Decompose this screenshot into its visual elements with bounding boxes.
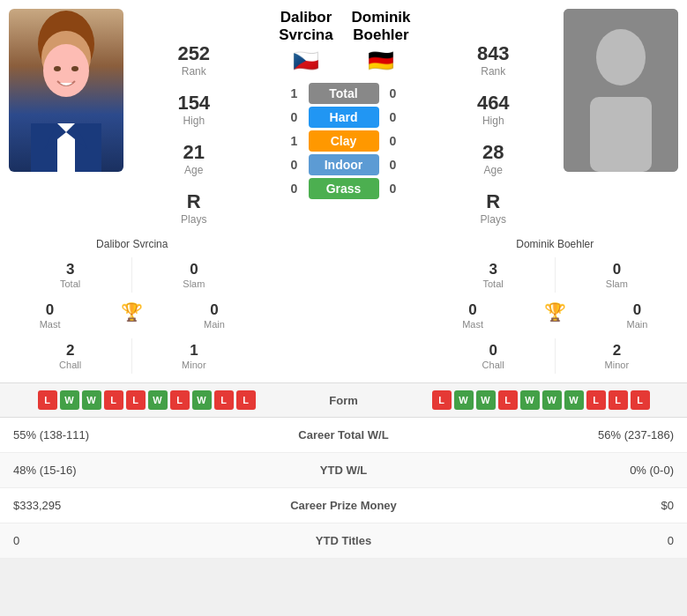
left-minor-value: 1	[136, 342, 251, 360]
right-player-name: Dominik Boehler	[516, 238, 594, 250]
right-rank-block: 843 Rank	[477, 42, 510, 78]
left-chall-value: 2	[12, 342, 128, 360]
right-minor-label: Minor	[559, 360, 675, 370]
left-mast-cell: 0 Mast	[9, 298, 91, 333]
left-high-value: 154	[177, 92, 210, 115]
left-age-label: Age	[183, 164, 205, 176]
right-plays-label: Plays	[481, 213, 506, 226]
left-rank-label: Rank	[177, 65, 210, 78]
right-form-badge-0: L	[432, 390, 452, 410]
right-plays-block: R Plays	[481, 190, 506, 226]
surface-row-total: 1 Total 0	[269, 83, 419, 104]
left-form-badge-7: W	[192, 390, 212, 410]
left-form-badges: LWWLLWLWLL	[9, 390, 265, 410]
left-flag: 🇨🇿	[269, 48, 344, 73]
left-player-photo	[9, 9, 123, 172]
left-form-badge-9: L	[236, 390, 256, 410]
left-total-stat: 3 Total	[9, 257, 132, 293]
right-rank-value: 843	[477, 42, 510, 65]
right-main-label: Main	[600, 319, 675, 330]
svg-point-3	[43, 44, 89, 97]
right-player-section: 843 Rank 464 High 28 Age R Plays	[423, 0, 688, 382]
left-player-stats: 252 Rank 154 High 21 Age R Plays	[132, 9, 256, 233]
stats-row-0: 55% (138-111) Career Total W/L 56% (237-…	[0, 418, 687, 453]
right-chall-value: 0	[436, 342, 551, 360]
stat-label-3: YTD Titles	[241, 523, 447, 559]
left-form-badge-3: L	[104, 390, 123, 410]
right-chall-label: Chall	[436, 360, 551, 370]
form-section: LWWLLWLWLL Form LWWLWWWLLL	[0, 383, 687, 418]
right-flag: 🇩🇪	[344, 48, 419, 73]
right-trophy-icon: 🏆	[544, 302, 566, 322]
right-plays-value: R	[481, 190, 506, 213]
right-main-cell: 0 Main	[596, 298, 678, 333]
right-slam-label: Slam	[559, 278, 675, 289]
left-chall-minor: 2 Chall 1 Minor	[9, 338, 256, 374]
surface-badge-clay: Clay	[309, 130, 379, 152]
surface-badge-indoor: Indoor	[309, 154, 379, 175]
right-rank-label: Rank	[477, 65, 510, 78]
right-slam-stat: 0 Slam	[556, 257, 678, 293]
surface-right-score: 0	[385, 158, 402, 172]
surface-row-indoor: 0 Indoor 0	[269, 154, 419, 175]
left-name-line1: Dalibor	[269, 9, 344, 26]
main-container: 252 Rank 154 High 21 Age R Plays	[0, 0, 687, 559]
stat-right-0: 56% (237-186)	[446, 418, 687, 453]
right-age-value: 28	[482, 141, 504, 164]
stat-label-2: Career Prize Money	[241, 488, 447, 523]
left-chall-stat: 2 Chall	[9, 338, 132, 374]
surface-badge-grass: Grass	[309, 178, 379, 199]
right-trophy-row: 0 Mast 🏆 0 Main	[432, 298, 679, 333]
left-trophy-icon: 🏆	[121, 302, 143, 322]
stat-right-2: $0	[446, 488, 687, 523]
svg-rect-12	[590, 97, 652, 172]
surface-right-score: 0	[385, 182, 402, 196]
surface-left-score: 0	[286, 158, 303, 172]
right-mast-value: 0	[436, 301, 511, 319]
surface-left-score: 1	[286, 134, 303, 148]
right-name-line2: Boehler	[344, 26, 419, 44]
right-age-label: Age	[482, 164, 504, 176]
right-chall-stat: 0 Chall	[432, 338, 556, 374]
right-minor-stat: 2 Minor	[556, 338, 678, 374]
left-trophy-icon-cell: 🏆	[91, 298, 173, 333]
left-form-badge-0: L	[38, 390, 57, 410]
right-mast-cell: 0 Mast	[432, 298, 514, 333]
stats-row-1: 48% (15-16) YTD W/L 0% (0-0)	[0, 453, 687, 488]
stats-row-2: $333,295 Career Prize Money $0	[0, 488, 687, 523]
left-slam-stat: 0 Slam	[132, 257, 255, 293]
player-comparison-row: 252 Rank 154 High 21 Age R Plays	[0, 0, 687, 383]
right-form-badge-4: W	[520, 390, 540, 410]
left-name-line2: Svrcina	[269, 26, 344, 44]
left-chall-label: Chall	[12, 360, 128, 370]
right-main-value: 0	[600, 301, 675, 319]
right-form-badge-6: W	[564, 390, 584, 410]
right-chall-minor: 0 Chall 2 Minor	[432, 338, 679, 374]
surface-rows: 1 Total 0 0 Hard 0 1 Clay 0 0 Indoor 0 0…	[269, 80, 419, 202]
stat-right-3: 0	[446, 523, 687, 559]
right-minor-value: 2	[559, 342, 675, 360]
right-form-badges: LWWLWWWLLL	[423, 390, 679, 410]
right-trophy-icon-cell: 🏆	[514, 298, 596, 333]
left-form-badge-6: L	[170, 390, 190, 410]
right-player-stats: 843 Rank 464 High 28 Age R Plays	[432, 9, 556, 233]
left-player-name: Dalibor Svrcina	[96, 238, 168, 250]
left-trophy-row: 0 Mast 🏆 0 Main	[9, 298, 256, 333]
stat-left-2: $333,295	[0, 488, 241, 523]
left-mast-label: Mast	[12, 319, 87, 330]
left-age-value: 21	[183, 141, 205, 164]
left-form-badge-2: W	[82, 390, 101, 410]
right-high-block: 464 High	[477, 92, 510, 127]
left-minor-stat: 1 Minor	[132, 338, 255, 374]
left-minor-label: Minor	[136, 360, 251, 370]
stats-row-3: 0 YTD Titles 0	[0, 523, 687, 559]
center-column: Dalibor Svrcina 🇨🇿 Dominik Boehler 🇩🇪 1 …	[265, 0, 423, 211]
right-form-badge-7: L	[586, 390, 606, 410]
right-high-value: 464	[477, 92, 510, 115]
left-plays-block: R Plays	[181, 190, 206, 226]
svg-point-4	[54, 66, 61, 71]
surface-row-grass: 0 Grass 0	[269, 178, 419, 199]
surface-right-score: 0	[385, 134, 402, 148]
stat-left-1: 48% (15-16)	[0, 453, 241, 488]
surface-badge-total: Total	[309, 83, 379, 104]
